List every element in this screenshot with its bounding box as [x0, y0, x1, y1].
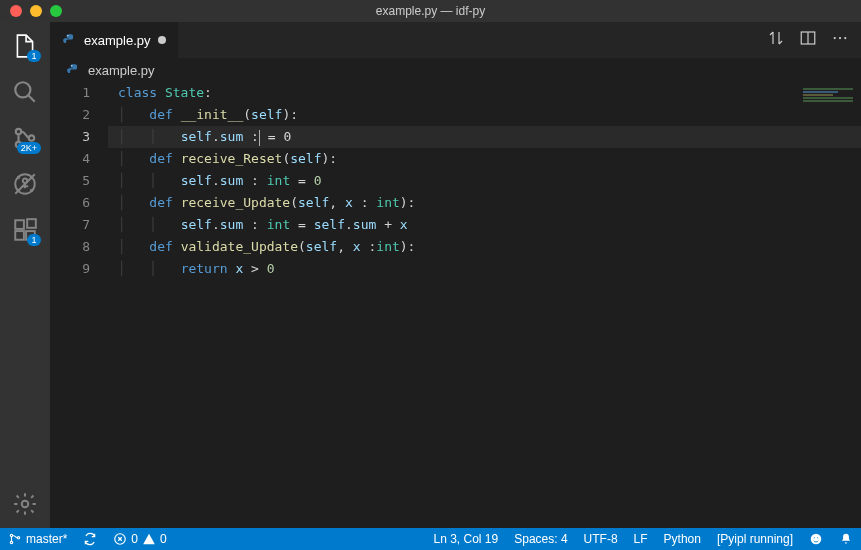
close-window-button[interactable]: [10, 5, 22, 17]
python-file-icon: [62, 33, 76, 47]
compare-icon[interactable]: [767, 29, 785, 51]
settings-icon[interactable]: [11, 490, 39, 518]
svg-point-25: [811, 534, 822, 545]
svg-point-16: [839, 37, 841, 39]
minimap[interactable]: [803, 88, 853, 112]
code-editor[interactable]: 1 2 3 4 5 6 7 8 9 class State: │ def __i…: [50, 82, 861, 528]
code-content[interactable]: class State: │ def __init__(self): │ │ s…: [108, 82, 861, 528]
explorer-badge: 1: [27, 50, 41, 62]
svg-point-21: [17, 537, 19, 539]
window-title: example.py — idf-py: [376, 4, 485, 18]
problems-item[interactable]: 0 0: [105, 528, 174, 550]
svg-point-0: [15, 82, 30, 97]
extensions-badge: 1: [27, 234, 41, 246]
svg-point-18: [71, 65, 72, 66]
notifications-icon[interactable]: [831, 528, 861, 550]
sync-item[interactable]: [75, 528, 105, 550]
dirty-indicator-icon: [158, 36, 166, 44]
extensions-icon[interactable]: 1: [11, 216, 39, 244]
source-control-icon[interactable]: 2K+: [11, 124, 39, 152]
editor-area: example.py example.py 1 2 3 4 5 6 7 8: [50, 22, 861, 528]
svg-point-20: [10, 541, 12, 543]
titlebar: example.py — idf-py: [0, 0, 861, 22]
svg-point-19: [10, 534, 12, 536]
svg-rect-8: [15, 231, 24, 240]
window-controls: [0, 5, 62, 17]
minimize-window-button[interactable]: [30, 5, 42, 17]
tab-example-py[interactable]: example.py: [50, 22, 178, 58]
split-editor-icon[interactable]: [799, 29, 817, 51]
breadcrumb[interactable]: example.py: [50, 58, 861, 82]
tab-label: example.py: [84, 33, 150, 48]
zoom-window-button[interactable]: [50, 5, 62, 17]
main-area: 1 2K+ 1 example.py: [0, 22, 861, 528]
debug-icon[interactable]: [11, 170, 39, 198]
eol-item[interactable]: LF: [626, 528, 656, 550]
search-icon[interactable]: [11, 78, 39, 106]
explorer-icon[interactable]: 1: [11, 32, 39, 60]
tab-bar: example.py: [50, 22, 861, 58]
indentation-item[interactable]: Spaces: 4: [506, 528, 575, 550]
scm-badge: 2K+: [17, 142, 41, 154]
svg-point-11: [22, 501, 29, 508]
encoding-item[interactable]: UTF-8: [576, 528, 626, 550]
cursor-position-item[interactable]: Ln 3, Col 19: [425, 528, 506, 550]
svg-point-3: [29, 135, 34, 140]
svg-point-12: [67, 35, 68, 36]
language-mode-item[interactable]: Python: [656, 528, 709, 550]
status-bar: master* 0 0 Ln 3, Col 19 Spaces: 4 UTF-8…: [0, 528, 861, 550]
git-branch-item[interactable]: master*: [0, 528, 75, 550]
svg-rect-7: [15, 220, 24, 229]
more-icon[interactable]: [831, 29, 849, 51]
svg-point-17: [844, 37, 846, 39]
feedback-icon[interactable]: [801, 528, 831, 550]
line-gutter: 1 2 3 4 5 6 7 8 9: [50, 82, 108, 528]
svg-rect-10: [27, 219, 36, 228]
breadcrumb-filename: example.py: [88, 63, 154, 78]
svg-point-26: [814, 537, 815, 538]
python-file-icon: [66, 63, 80, 77]
task-status-item[interactable]: [Pyipl running]: [709, 528, 801, 550]
activity-bar: 1 2K+ 1: [0, 22, 50, 528]
svg-point-15: [834, 37, 836, 39]
svg-point-27: [817, 537, 818, 538]
svg-point-1: [16, 129, 21, 134]
